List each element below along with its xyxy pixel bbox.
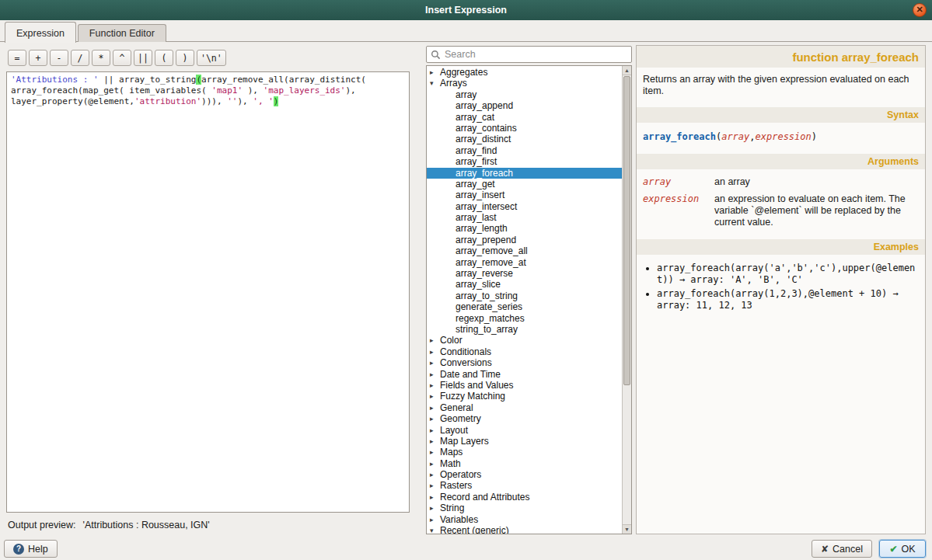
chevron-right-icon[interactable]: ▸: [430, 67, 440, 78]
tree-item-array-prepend[interactable]: array_prepend: [427, 235, 622, 245]
tree-item-label: array: [456, 89, 476, 100]
chevron-right-icon[interactable]: ▸: [430, 413, 440, 424]
search-input[interactable]: [445, 49, 627, 60]
tree-item-array-slice[interactable]: array_slice: [427, 279, 622, 290]
operator-button-open-paren[interactable]: (: [155, 50, 173, 66]
tree-group-fields-and-values[interactable]: ▸Fields and Values: [427, 380, 622, 391]
operator-button-newline[interactable]: '\n': [197, 50, 226, 66]
window-title: Insert Expression: [425, 5, 507, 16]
tree-group-record-and-attributes[interactable]: ▸Record and Attributes: [427, 492, 622, 503]
tree-group-color[interactable]: ▸Color: [427, 335, 622, 346]
tree-item-array-last[interactable]: array_last: [427, 212, 622, 223]
output-preview-label: Output preview:: [8, 520, 76, 530]
chevron-right-icon[interactable]: ▸: [430, 458, 440, 469]
tree-item-array-length[interactable]: array_length: [427, 223, 622, 234]
tree-item-array-find[interactable]: array_find: [427, 145, 622, 156]
chevron-right-icon[interactable]: ▸: [430, 447, 440, 457]
scroll-down-icon[interactable]: ▼: [623, 524, 631, 534]
operator-button-minus[interactable]: -: [50, 50, 68, 66]
chevron-right-icon[interactable]: ▸: [430, 391, 440, 402]
tree-group-operators[interactable]: ▸Operators: [427, 469, 622, 480]
tree-group-conversions[interactable]: ▸Conversions: [427, 357, 622, 368]
tree-item-label: Aggregates: [440, 67, 487, 78]
operator-button-plus[interactable]: +: [29, 50, 47, 66]
ok-button[interactable]: ✔ OK: [879, 540, 926, 558]
scrollbar-thumb[interactable]: [623, 76, 630, 385]
chevron-right-icon[interactable]: ▸: [430, 492, 440, 503]
tree-group-arrays[interactable]: ▾Arrays: [427, 78, 622, 89]
chevron-right-icon[interactable]: ▸: [430, 369, 440, 380]
tree-item-string-to-array[interactable]: string_to_array: [427, 324, 622, 335]
chevron-down-icon[interactable]: ▾: [430, 78, 440, 89]
tree-item-array-insert[interactable]: array_insert: [427, 190, 622, 200]
tree-group-map-layers[interactable]: ▸Map Layers: [427, 436, 622, 447]
tree-group-recent-generic[interactable]: ▾Recent (generic): [427, 525, 622, 534]
chevron-right-icon[interactable]: ▸: [430, 436, 440, 447]
tree-item-regexp-matches[interactable]: regexp_matches: [427, 313, 622, 324]
tree-scrollbar[interactable]: ▲ ▼: [622, 66, 631, 534]
tree-item-label: string_to_array: [456, 324, 518, 335]
close-icon[interactable]: ✕: [913, 3, 927, 17]
tree-item-array-to-string[interactable]: array_to_string: [427, 290, 622, 301]
chevron-right-icon[interactable]: ▸: [430, 380, 440, 391]
tree-group-conditionals[interactable]: ▸Conditionals: [427, 346, 622, 357]
chevron-right-icon[interactable]: ▸: [430, 357, 440, 368]
syntax-arg-expression: expression: [756, 131, 812, 142]
chevron-right-icon[interactable]: ▸: [430, 480, 440, 491]
tree-group-aggregates[interactable]: ▸Aggregates: [427, 67, 622, 78]
tree-item-array-append[interactable]: array_append: [427, 100, 622, 111]
tab-expression[interactable]: Expression: [5, 22, 76, 43]
tree-group-maps[interactable]: ▸Maps: [427, 447, 622, 457]
tree-group-variables[interactable]: ▸Variables: [427, 514, 622, 525]
chevron-right-icon[interactable]: ▸: [430, 335, 440, 346]
tree-group-math[interactable]: ▸Math: [427, 458, 622, 469]
tree-item-array-reverse[interactable]: array_reverse: [427, 268, 622, 279]
chevron-right-icon[interactable]: ▸: [430, 469, 440, 480]
scroll-up-icon[interactable]: ▲: [623, 66, 631, 75]
examples-list: array_foreach(array('a','b','c'),upper(@…: [637, 255, 925, 322]
chevron-right-icon[interactable]: ▸: [430, 514, 440, 525]
tree-item-array-cat[interactable]: array_cat: [427, 112, 622, 123]
tree-group-layout[interactable]: ▸Layout: [427, 425, 622, 436]
tree-group-rasters[interactable]: ▸Rasters: [427, 480, 622, 491]
operator-button-concat[interactable]: ||: [134, 50, 152, 66]
tree-group-string[interactable]: ▸String: [427, 503, 622, 513]
tree-item-label: Arrays: [440, 78, 467, 89]
code-line: 'Attributions : ' || array_to_string(arr…: [11, 75, 405, 85]
operator-button-divide[interactable]: /: [71, 50, 89, 66]
tree-item-array-contains[interactable]: array_contains: [427, 123, 622, 134]
search-box[interactable]: [426, 46, 632, 63]
tree-group-fuzzy-matching[interactable]: ▸Fuzzy Matching: [427, 391, 622, 402]
chevron-right-icon[interactable]: ▸: [430, 503, 440, 513]
function-tree: ▸Aggregates▾Arraysarrayarray_appendarray…: [426, 65, 632, 534]
chevron-right-icon[interactable]: ▸: [430, 425, 440, 436]
tree-item-label: Math: [440, 458, 461, 469]
tree-item-array-intersect[interactable]: array_intersect: [427, 201, 622, 212]
tree-item-generate-series[interactable]: generate_series: [427, 301, 622, 312]
chevron-right-icon[interactable]: ▸: [430, 346, 440, 357]
tree-item-array-get[interactable]: array_get: [427, 179, 622, 190]
chevron-down-icon[interactable]: ▾: [430, 525, 440, 534]
tree-item-array-foreach[interactable]: array_foreach: [427, 168, 622, 179]
operator-button-power[interactable]: ^: [113, 50, 131, 66]
tree-item-label: array_cat: [456, 112, 494, 123]
tree-item-array[interactable]: array: [427, 89, 622, 100]
expression-editor[interactable]: 'Attributions : ' || array_to_string(arr…: [6, 71, 410, 513]
help-button[interactable]: ? Help: [4, 540, 58, 558]
tree-group-geometry[interactable]: ▸Geometry: [427, 413, 622, 424]
chevron-right-icon[interactable]: ▸: [430, 402, 440, 413]
tree-item-array-distinct[interactable]: array_distinct: [427, 134, 622, 144]
tree-item-array-first[interactable]: array_first: [427, 156, 622, 167]
cancel-button[interactable]: ✘ Cancel: [812, 540, 872, 558]
dialog-footer: ? Help ✘ Cancel ✔ OK: [0, 537, 932, 560]
operator-button-equals[interactable]: =: [8, 50, 26, 66]
tree-group-date-and-time[interactable]: ▸Date and Time: [427, 369, 622, 380]
tree-group-general[interactable]: ▸General: [427, 402, 622, 413]
tree-item-label: Date and Time: [440, 369, 501, 380]
tree-item-array-remove-all[interactable]: array_remove_all: [427, 245, 622, 256]
titlebar[interactable]: Insert Expression ✕: [0, 0, 932, 20]
tree-item-array-remove-at[interactable]: array_remove_at: [427, 257, 622, 268]
operator-button-multiply[interactable]: *: [92, 50, 110, 66]
tab-function-editor[interactable]: Function Editor: [78, 24, 166, 42]
operator-button-close-paren[interactable]: ): [176, 50, 194, 66]
